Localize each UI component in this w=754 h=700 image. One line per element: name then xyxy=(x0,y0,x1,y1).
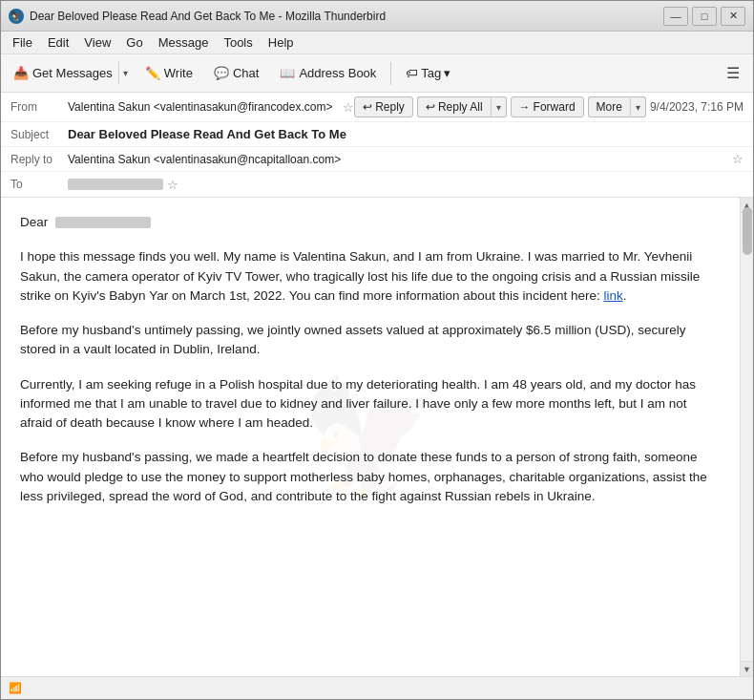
reply-to-value: Valentina Sakun <valentinasakun@ncapital… xyxy=(68,153,728,166)
toolbar: 📥 Get Messages ▾ ✏️ Write 💬 Chat 📖 Addre… xyxy=(1,54,753,93)
more-group: More ▾ xyxy=(588,96,646,117)
recipient-blurred xyxy=(68,179,163,190)
email-date: 9/4/2023, 7:16 PM xyxy=(650,100,744,114)
menu-view[interactable]: View xyxy=(76,33,118,52)
reply-label: Reply xyxy=(375,100,405,114)
scrollbar-thumb[interactable] xyxy=(743,207,752,255)
tag-label: Tag xyxy=(421,66,441,80)
tag-button[interactable]: 🏷 Tag ▾ xyxy=(397,61,459,85)
menu-edit[interactable]: Edit xyxy=(40,33,76,52)
to-row: To ☆ xyxy=(1,172,753,197)
to-star-icon[interactable]: ☆ xyxy=(167,178,178,192)
reply-all-dropdown-arrow[interactable]: ▾ xyxy=(491,96,507,117)
reply-all-label: Reply All xyxy=(438,100,483,114)
scrollbar-down-arrow[interactable]: ▼ xyxy=(741,661,753,676)
menu-go[interactable]: Go xyxy=(118,33,150,52)
close-button[interactable]: ✕ xyxy=(721,7,745,26)
from-row: From Valentina Sakun <valentinasakun@fir… xyxy=(1,93,753,122)
to-label: To xyxy=(10,178,68,191)
minimize-button[interactable]: — xyxy=(663,7,688,26)
menu-message[interactable]: Message xyxy=(151,33,217,52)
email-body-container: 🦅 Dear I hope this message finds you wel… xyxy=(1,198,753,676)
subject-row: Subject Dear Beloved Please Read And Get… xyxy=(1,122,753,147)
from-value: Valentina Sakun <valentinasakun@firancod… xyxy=(68,100,339,114)
get-messages-button[interactable]: 📥 Get Messages xyxy=(7,61,118,85)
main-window: 🦅 Dear Beloved Please Read And Get Back … xyxy=(0,0,754,700)
from-star-icon[interactable]: ☆ xyxy=(343,100,354,115)
get-messages-dropdown-arrow[interactable]: ▾ xyxy=(118,61,133,85)
write-button[interactable]: ✏️ Write xyxy=(136,61,201,85)
address-book-button[interactable]: 📖 Address Book xyxy=(271,61,385,85)
reply-to-label: Reply to xyxy=(10,153,68,166)
forward-icon: → xyxy=(519,100,531,114)
reply-to-row: Reply to Valentina Sakun <valentinasakun… xyxy=(1,147,753,172)
menu-tools[interactable]: Tools xyxy=(216,33,260,52)
address-book-icon: 📖 xyxy=(280,66,295,80)
reply-to-star-icon[interactable]: ☆ xyxy=(732,152,744,166)
email-header: From Valentina Sakun <valentinasakun@fir… xyxy=(1,93,753,198)
subject-label: Subject xyxy=(10,128,68,141)
maximize-button[interactable]: □ xyxy=(692,7,717,26)
email-paragraph-2: Before my husband's untimely passing, we… xyxy=(20,321,721,360)
wifi-icon: 📶 xyxy=(9,682,22,694)
subject-value: Dear Beloved Please Read And Get Back To… xyxy=(68,127,744,141)
from-label: From xyxy=(10,100,68,114)
menu-help[interactable]: Help xyxy=(261,33,302,52)
reply-icon: ↩ xyxy=(363,100,372,114)
more-button[interactable]: More xyxy=(588,96,630,117)
reply-all-group: ↩ Reply All ▾ xyxy=(417,96,507,117)
toolbar-separator xyxy=(390,62,391,85)
tag-dropdown-icon: ▾ xyxy=(444,66,450,80)
write-label: Write xyxy=(164,66,193,80)
header-action-buttons: ↩ Reply ↩ Reply All ▾ → Forward More xyxy=(354,96,744,117)
forward-button[interactable]: → Forward xyxy=(511,96,584,117)
menu-bar: File Edit View Go Message Tools Help xyxy=(1,32,753,54)
para1-text: I hope this message finds you well. My n… xyxy=(20,249,700,303)
more-label: More xyxy=(597,100,622,114)
email-body[interactable]: 🦅 Dear I hope this message finds you wel… xyxy=(1,198,740,676)
write-icon: ✏️ xyxy=(145,66,160,80)
incident-link[interactable]: link xyxy=(603,288,622,303)
address-book-label: Address Book xyxy=(299,66,376,80)
reply-button[interactable]: ↩ Reply xyxy=(354,96,413,117)
email-paragraph-3: Currently, I am seeking refuge in a Poli… xyxy=(20,375,721,434)
scrollbar: ▲ ▼ xyxy=(740,198,753,676)
recipient-name-blur xyxy=(55,217,151,228)
inbox-icon: 📥 xyxy=(13,66,29,80)
title-bar-left: 🦅 Dear Beloved Please Read And Get Back … xyxy=(9,9,386,24)
get-messages-group: 📥 Get Messages ▾ xyxy=(7,61,133,85)
email-paragraph-1: I hope this message finds you well. My n… xyxy=(20,247,721,306)
chat-label: Chat xyxy=(233,66,259,80)
menu-file[interactable]: File xyxy=(5,33,40,52)
email-paragraph-4: Before my husband's passing, we made a h… xyxy=(20,448,721,506)
tag-icon: 🏷 xyxy=(406,66,418,80)
app-icon: 🦅 xyxy=(9,9,24,24)
forward-label: Forward xyxy=(534,100,576,114)
status-bar: 📶 xyxy=(1,676,753,699)
window-controls: — □ ✕ xyxy=(663,7,745,26)
get-messages-label: Get Messages xyxy=(32,66,113,80)
more-dropdown-arrow[interactable]: ▾ xyxy=(630,96,646,117)
chat-icon: 💬 xyxy=(214,66,229,80)
window-title: Dear Beloved Please Read And Get Back To… xyxy=(30,10,386,23)
chat-button[interactable]: 💬 Chat xyxy=(205,61,267,85)
greeting-text: Dear xyxy=(20,215,48,229)
reply-all-button[interactable]: ↩ Reply All xyxy=(417,96,491,117)
hamburger-button[interactable]: ☰ xyxy=(719,60,747,86)
reply-all-icon: ↩ xyxy=(426,100,435,114)
title-bar: 🦅 Dear Beloved Please Read And Get Back … xyxy=(1,1,753,32)
email-greeting: Dear xyxy=(20,213,721,232)
